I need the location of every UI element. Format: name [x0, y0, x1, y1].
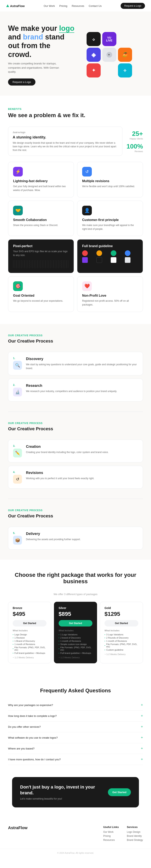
process-label-1: Our Creative Process [8, 334, 143, 337]
nav-logo: AstraFlow [6, 4, 25, 8]
gold-btn[interactable]: Get Started [104, 620, 138, 626]
navbar: AstraFlow Our Work Pricing Resources Con… [0, 0, 151, 12]
cta-button[interactable]: Get Started [108, 788, 131, 796]
faq-toggle-3[interactable]: + [141, 736, 143, 740]
faq-toggle-4[interactable]: + [141, 746, 143, 751]
faq-item-0: Why are your packages so expensive? + [8, 700, 143, 711]
stat-clients: 25+ Happy clients [126, 130, 143, 140]
card-revisions-title: Multiple revisions [82, 179, 138, 183]
faq-q-0: Why are your packages so expensive? [8, 704, 53, 707]
process-section-title-1: Our Creative Process [8, 339, 143, 344]
hero-subtitle: We create compelling brands for startups… [8, 62, 64, 74]
nav-link-work[interactable]: Our Work [44, 4, 55, 7]
footer-link-pricing[interactable]: Pricing [103, 835, 119, 837]
process-revisions-num: 4. [13, 471, 22, 473]
bronze-price: $495 [13, 611, 47, 617]
nav-link-resources[interactable]: Resources [72, 4, 84, 7]
logo-grid-cell-7: ⟡ [118, 63, 132, 78]
cta-text: Don't just buy a logo, invest in your br… [20, 784, 108, 800]
gold-delivery: ~ 1-2 Weeks Delivery [104, 653, 138, 655]
footer-services: Services Logo Design Brand Identity Bran… [127, 826, 143, 843]
faq-toggle-0[interactable]: + [141, 703, 143, 707]
stat-clients-label: Happy clients [126, 137, 143, 140]
gold-tier: Gold [104, 607, 138, 610]
plan-gold: Gold $1295 Get Started What Includes 3 L… [100, 602, 143, 663]
silver-features: 1 Logo Variations 2 brand of Discovery 1… [59, 633, 92, 654]
process-revisions: 4. ↺ Revisions Working with you to perfe… [8, 466, 143, 489]
footer-service-logo[interactable]: Logo Design [127, 831, 143, 833]
footer-bottom: © 2024 AstraFlow. All rights reserved. [0, 849, 151, 857]
process-discovery-num: 1. [13, 357, 22, 360]
card-revisions: ↺ Multiple revisions We're flexible and … [77, 162, 143, 197]
logo-grid-cell-6: ✦ [87, 63, 101, 78]
bronze-tier: Bronze [13, 607, 47, 610]
process-block-3: Our Creative Process Our Creative Proces… [0, 499, 151, 560]
hero-cta-button[interactable]: Request a Logo [8, 79, 35, 86]
faq-toggle-1[interactable]: + [141, 714, 143, 718]
silver-includes: What Includes [59, 629, 92, 632]
logo-text: AstraFlow [10, 4, 25, 8]
cta-subtitle: Let's make something beautiful for you! [20, 797, 108, 800]
faq-q-2: Do you offer other services? [8, 725, 41, 728]
process-discovery-title: Discovery [26, 357, 138, 361]
bronze-btn[interactable]: Get Started [13, 620, 47, 626]
pricing-cards-grid: Bronze $495 Get Started What Includes Lo… [8, 602, 143, 663]
card-lightning-desc: Get your fully designed and built brand … [13, 185, 69, 192]
footer-link-resources[interactable]: Resources [103, 839, 119, 841]
bronze-includes: What Includes [13, 629, 47, 632]
footer-columns: Useful Links Our Work Pricing Resources … [103, 826, 143, 843]
card-goal-desc: We go beyond to exceed all your expectat… [13, 299, 69, 303]
process-research-title: Research [26, 383, 138, 388]
card-pixel-desc: Your SVG and EPS logo files let us scale… [13, 250, 69, 257]
plan-bronze: Bronze $495 Get Started What Includes Lo… [8, 602, 51, 663]
process-discovery: 1. 🔍 Discovery We start by asking key qu… [8, 352, 143, 375]
faq-q-3: What software do you use to create logos… [8, 736, 58, 739]
logo-grid-cell-5: 🥭 [118, 48, 132, 62]
process-research-num: 2. [13, 383, 22, 386]
logo-grid-cell-1: ⬦ [87, 32, 101, 46]
card-brand-title: Full brand guideline [82, 244, 138, 248]
nav-cta-button[interactable]: Request a Logo [121, 3, 145, 9]
process-revisions-title: Revisions [26, 471, 138, 475]
card-customer: 👤 Customer-first principle We make sure … [77, 200, 143, 236]
bronze-delivery: ~ 1-2 Weeks Delivery [13, 656, 47, 659]
card-nonprofit-title: Non-Profit Love [82, 294, 138, 298]
stat-clients-num: 25+ [126, 130, 143, 137]
faq-toggle-5[interactable]: + [141, 757, 143, 762]
footer-service-brand[interactable]: Brand Identity [127, 835, 143, 837]
process-revisions-desc: Working with you to perfect it until you… [26, 476, 138, 480]
logo-icon [6, 4, 9, 7]
nav-link-contact[interactable]: Contact Us [89, 4, 101, 7]
process-creation-desc: Creating your brand identity including t… [26, 451, 138, 454]
card-customer-desc: We make sure your brand/logo will appeal… [82, 223, 138, 231]
silver-btn[interactable]: Get Started [59, 620, 92, 626]
card-collaboration-desc: Share the process using Slack or Discord… [13, 223, 69, 227]
logo-grid-cell-empty2 [102, 63, 116, 78]
process-block-1: Our Creative Process Our Creative Proces… [0, 324, 151, 411]
process-delivery-desc: Delivering the assets and providing furt… [26, 537, 138, 541]
card-lightning-icon: ⚡ [13, 167, 23, 177]
footer-link-work[interactable]: Our Work [103, 831, 119, 833]
card-collaboration-title: Smooth Collaboration [13, 218, 69, 222]
svg-text:✦: ✦ [108, 53, 110, 56]
benefits-label: Benefits [8, 108, 143, 111]
faq-toggle-2[interactable]: + [141, 725, 143, 729]
card-nonprofit-desc: Registered non-profit access. 50% off on… [82, 299, 138, 307]
card-brand-guideline: Full brand guideline [77, 239, 143, 273]
nav-link-pricing[interactable]: Pricing [59, 4, 67, 7]
gold-features: 3 Logo Variations 2 Rounds of Discovery … [104, 633, 138, 651]
card-goal-icon: 🎯 [13, 281, 23, 291]
card-revisions-icon: ↺ [82, 167, 92, 177]
footer-service-strategy[interactable]: Brand Strategy [127, 839, 143, 841]
process-section-title-3: Our Creative Process [8, 514, 143, 519]
card-goal-title: Goal Oriented [13, 294, 69, 298]
process-delivery: 5. 📦 Delivery Delivering the assets and … [8, 527, 143, 550]
nav-links: Our Work Pricing Resources Contact Us [44, 4, 102, 7]
faq-item-3: What software do you use to create logos… [8, 732, 143, 743]
process-research-desc: We research your industry, competitors a… [26, 390, 138, 393]
process-research: 2. 🔬 Research We research your industry,… [8, 378, 143, 402]
delivery-icon: 📦 [13, 536, 22, 545]
card-customer-title: Customer-first principle [82, 218, 138, 222]
footer-logo: AstraFlow [8, 826, 28, 830]
card-customer-icon: 👤 [82, 206, 92, 215]
